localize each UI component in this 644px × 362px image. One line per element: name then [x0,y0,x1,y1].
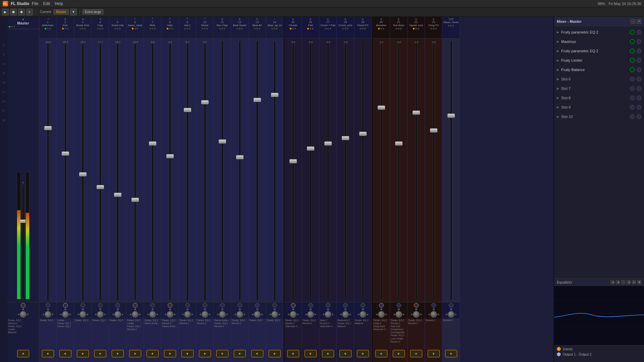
fx-slot-9[interactable]: ▶ Slot 9 [554,103,644,112]
fx-slot-5-power[interactable] [630,67,635,72]
ch-fader-4[interactable]: -17.7 [92,39,109,302]
menu-file[interactable]: File [32,1,38,6]
ch-pan-15[interactable] [290,311,297,318]
ch-send-14[interactable] [272,303,277,308]
ch-fader-16[interactable]: -5.0 [302,39,319,302]
ch-fader-2[interactable]: -20.5 [57,39,74,302]
panel-close[interactable]: ✕ [637,19,641,24]
ch-route-btn-3[interactable]: ▼ [77,350,89,357]
fader-handle-11[interactable] [219,139,226,143]
size-selector[interactable]: Extra large [83,9,103,14]
current-value[interactable]: Master [54,9,69,14]
ch-route-btn-19[interactable]: ▼ [357,350,369,357]
eq-ctrl-2[interactable]: ◀ [616,280,620,284]
fx-slot-2-mix[interactable] [637,39,641,44]
ch-pan-23[interactable] [430,311,437,318]
ch-send-6[interactable] [133,303,138,308]
ch-send-1[interactable] [46,303,50,308]
fader-handle-18[interactable] [342,136,349,140]
master-pan-left[interactable]: ◀ [17,313,19,316]
fx-slot-7-power[interactable] [630,86,635,91]
ch-send-19[interactable] [361,303,365,308]
fx-slot-9-mix[interactable] [637,105,641,110]
ch-send-23[interactable] [431,303,436,308]
fx-slot-6-mix[interactable] [637,77,641,81]
ch-send-16[interactable] [308,303,313,308]
ch-send-4[interactable] [98,303,103,308]
fader-handle-125[interactable] [447,114,455,118]
ch-fader-10[interactable]: 0.5 [196,39,213,302]
fx-slot-10[interactable]: ▶ Slot 10 [554,112,644,121]
ch-fader-21[interactable]: -4.6 [390,39,407,302]
ch-pan-22[interactable] [413,311,420,318]
fx-slot-10-power[interactable] [630,114,635,119]
ch-route-btn-9[interactable]: ▼ [181,350,194,357]
fader-handle-1[interactable] [44,126,52,130]
ch-fader-14[interactable] [266,39,283,302]
ch-fader-13[interactable] [249,39,266,302]
fader-handle-21[interactable] [395,141,402,145]
ch-pan-16[interactable] [307,311,314,318]
ch-send-125[interactable] [449,303,453,308]
ch-fader-17[interactable]: -3.9 [319,39,336,302]
ch-route-btn-10[interactable]: ▼ [199,350,211,357]
ch-send-12[interactable] [237,303,242,308]
ch-route-btn-125[interactable]: ▼ [445,350,457,357]
fx-slot-1-mix[interactable] [637,30,641,35]
ch-pan-125[interactable] [448,311,454,318]
ch-send-2[interactable] [63,303,68,308]
ch-route-btn-16[interactable]: ▼ [305,350,317,357]
ch-route-btn-13[interactable]: ▼ [251,350,263,357]
ch-pan-1[interactable] [45,311,51,318]
ch-route-btn-18[interactable]: ▼ [339,350,352,357]
fx-slot-10-mix[interactable] [637,114,641,119]
eq-ctrl-6[interactable]: ⏹ [637,280,641,284]
ch-fader-6[interactable]: -10.5 [126,39,144,302]
fx-slot-5[interactable]: ▶ Fruity Balance [554,65,644,74]
fader-handle-15[interactable] [289,159,297,163]
ch-fader-8[interactable]: -9.3 [161,39,178,302]
fx-slot-1[interactable]: ▶ Fruity parametric EQ 2 [554,27,644,37]
ch-send-8[interactable] [168,303,172,308]
eq-ctrl-5[interactable]: ▶ [632,280,636,284]
fx-slot-9-power[interactable] [630,105,635,110]
ch-pan-6[interactable] [132,311,139,318]
ch-route-btn-4[interactable]: ▼ [94,350,106,357]
fx-slot-2-power[interactable] [630,39,635,44]
ch-pan-3[interactable] [79,311,86,318]
ch-route-btn-5[interactable]: ▼ [112,350,124,357]
ch-pan-10[interactable] [202,311,208,318]
ch-route-btn-7[interactable]: ▼ [147,350,159,357]
ch-route-btn-20[interactable]: ▼ [375,350,387,357]
ch-route-btn-15[interactable]: ▼ [287,350,299,357]
ch-pan-12[interactable] [236,311,243,318]
fx-slot-3-power[interactable] [630,49,635,53]
fader-handle-20[interactable] [378,106,385,110]
master-send-btn[interactable] [21,303,25,308]
master-route-btn[interactable]: ▼ [17,350,29,357]
fx-slot-4[interactable]: ▶ Fruity Limiter [554,56,644,65]
fx-slot-5-mix[interactable] [637,67,641,72]
ch-send-11[interactable] [220,303,225,308]
fx-slot-7[interactable]: ▶ Slot 7 [554,84,644,93]
fx-slot-3[interactable]: ▶ Fruity parametric EQ 2 [554,46,644,56]
ch-route-btn-22[interactable]: ▼ [410,350,422,357]
fader-handle-2[interactable] [62,152,69,156]
fader-handle-14[interactable] [271,93,278,97]
fx-slot-4-power[interactable] [630,58,635,63]
fx-slot-8[interactable]: ▶ Slot 8 [554,93,644,103]
ch-route-btn-11[interactable]: ▼ [216,350,228,357]
ch-fader-19[interactable] [354,39,371,302]
fx-slot-8-mix[interactable] [637,96,641,100]
fader-handle-23[interactable] [430,128,437,132]
ch-fader-23[interactable]: -3.0 [425,39,442,302]
ch-send-13[interactable] [255,303,260,308]
ch-pan-21[interactable] [395,311,402,318]
ch-pan-13[interactable] [254,311,261,318]
ch-send-17[interactable] [326,303,330,308]
fx-slot-8-power[interactable] [630,96,635,100]
ch-fader-5[interactable]: -16.1 [109,39,126,302]
eq-ctrl-1[interactable]: ◀ [610,280,614,284]
ch-pan-9[interactable] [184,311,191,318]
ch-fader-11[interactable] [214,39,231,302]
